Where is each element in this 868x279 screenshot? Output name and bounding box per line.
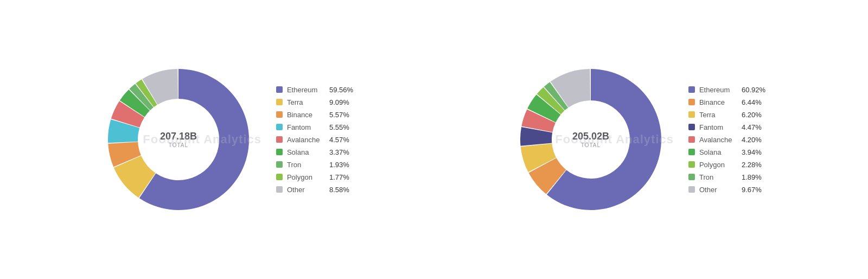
legend-item: Tron1.93% — [276, 161, 353, 169]
legend-item-name: Polygon — [287, 173, 325, 181]
legend-color-swatch — [688, 111, 695, 118]
legend-item-pct: 4.57% — [329, 136, 349, 144]
legend-item-name: Solana — [699, 148, 737, 156]
legend-item: Avalanche4.57% — [276, 136, 353, 144]
legend-item-name: Binance — [699, 98, 737, 106]
chart1-center: 207.18B TOTAL — [160, 131, 197, 148]
legend-item-pct: 6.20% — [742, 111, 762, 119]
legend-color-swatch — [688, 99, 695, 105]
legend-item-name: Other — [287, 186, 325, 194]
legend-color-swatch — [688, 86, 695, 93]
legend-item-pct: 60.92% — [742, 86, 765, 94]
legend-item-name: Binance — [287, 111, 325, 119]
legend-item-pct: 9.67% — [742, 186, 762, 194]
legend-color-swatch — [276, 136, 283, 143]
legend-color-swatch — [276, 149, 283, 155]
legend-item-name: Other — [699, 186, 737, 194]
legend-item-name: Tron — [287, 161, 325, 169]
chart1-legend: Ethereum59.56%Terra9.09%Binance5.57%Fant… — [276, 86, 353, 194]
chart2-legend: Ethereum60.92%Binance6.44%Terra6.20%Fant… — [688, 86, 765, 194]
legend-item-name: Polygon — [699, 161, 737, 169]
legend-item-name: Fantom — [699, 123, 737, 131]
legend-item-name: Avalanche — [699, 136, 737, 144]
legend-item-pct: 3.37% — [329, 148, 349, 156]
legend-item-pct: 9.09% — [329, 98, 349, 106]
legend-color-swatch — [276, 99, 283, 105]
legend-item: Solana3.37% — [276, 148, 353, 156]
legend-color-swatch — [276, 86, 283, 93]
legend-item: Ethereum59.56% — [276, 86, 353, 94]
legend-item: Polygon2.28% — [688, 161, 765, 169]
legend-color-swatch — [276, 161, 283, 168]
legend-item: Ethereum60.92% — [688, 86, 765, 94]
legend-item-pct: 59.56% — [329, 86, 353, 94]
legend-item-name: Ethereum — [287, 86, 325, 94]
legend-item-pct: 1.93% — [329, 161, 349, 169]
legend-color-swatch — [276, 174, 283, 180]
chart2-label: TOTAL — [572, 142, 609, 148]
legend-item-pct: 2.28% — [742, 161, 762, 169]
legend-item-name: Tron — [699, 173, 737, 181]
legend-color-swatch — [688, 186, 695, 193]
legend-color-swatch — [276, 124, 283, 130]
legend-item: Avalanche4.20% — [688, 136, 765, 144]
chart2-wrapper: 205.02B TOTAL Footprint Analytics Ethere… — [515, 64, 765, 215]
chart1-donut: 207.18B TOTAL Footprint Analytics — [103, 64, 254, 215]
legend-color-swatch — [688, 149, 695, 155]
charts-container: 207.18B TOTAL Footprint Analytics Ethere… — [0, 53, 868, 226]
legend-item-pct: 5.55% — [329, 123, 349, 131]
legend-item: Other8.58% — [276, 186, 353, 194]
legend-item: Terra6.20% — [688, 111, 765, 119]
legend-item-pct: 1.77% — [329, 173, 349, 181]
legend-item-name: Fantom — [287, 123, 325, 131]
legend-item-pct: 1.89% — [742, 173, 762, 181]
legend-item: Other9.67% — [688, 186, 765, 194]
legend-item: Polygon1.77% — [276, 173, 353, 181]
legend-item-name: Terra — [699, 111, 737, 119]
legend-color-swatch — [688, 161, 695, 168]
legend-item-name: Ethereum — [699, 86, 737, 94]
legend-item: Fantom5.55% — [276, 123, 353, 131]
legend-item-pct: 4.20% — [742, 136, 762, 144]
chart1-total: 207.18B — [160, 131, 197, 142]
legend-item: Solana3.94% — [688, 148, 765, 156]
legend-color-swatch — [688, 136, 695, 143]
legend-item-name: Solana — [287, 148, 325, 156]
legend-item-pct: 4.47% — [742, 123, 762, 131]
legend-item-name: Avalanche — [287, 136, 325, 144]
chart1-label: TOTAL — [160, 142, 197, 148]
legend-item-name: Terra — [287, 98, 325, 106]
legend-color-swatch — [276, 111, 283, 118]
legend-color-swatch — [688, 174, 695, 180]
legend-item-pct: 8.58% — [329, 186, 349, 194]
legend-item-pct: 3.94% — [742, 148, 762, 156]
chart2-center: 205.02B TOTAL — [572, 131, 609, 148]
legend-item-pct: 5.57% — [329, 111, 349, 119]
legend-item: Binance6.44% — [688, 98, 765, 106]
legend-color-swatch — [276, 186, 283, 193]
legend-item: Fantom4.47% — [688, 123, 765, 131]
legend-color-swatch — [688, 124, 695, 130]
chart2-total: 205.02B — [572, 131, 609, 142]
chart2-donut: 205.02B TOTAL Footprint Analytics — [515, 64, 667, 215]
legend-item: Tron1.89% — [688, 173, 765, 181]
legend-item-pct: 6.44% — [742, 98, 762, 106]
chart1-wrapper: 207.18B TOTAL Footprint Analytics Ethere… — [103, 64, 353, 215]
legend-item: Terra9.09% — [276, 98, 353, 106]
legend-item: Binance5.57% — [276, 111, 353, 119]
